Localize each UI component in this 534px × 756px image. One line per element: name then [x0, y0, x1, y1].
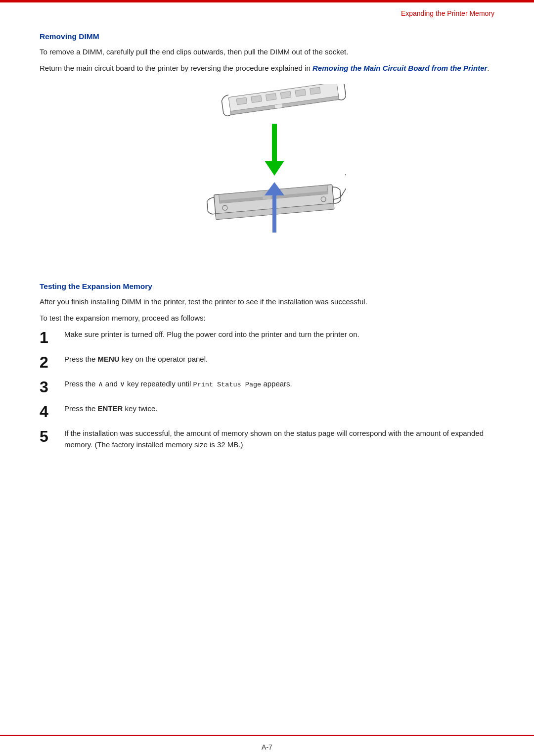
- steps-section: 1 Make sure printer is turned off. Plug …: [40, 329, 494, 451]
- svg-rect-7: [280, 91, 291, 98]
- step-3-number: 3: [40, 378, 64, 395]
- step-3-row: 3 Press the ∧ and ∨ key repeatedly until…: [40, 378, 494, 395]
- header-link: Expanding the Printer Memory: [401, 9, 494, 17]
- step-1-number: 1: [40, 329, 64, 345]
- testing-section: Testing the Expansion Memory After you f…: [40, 282, 494, 324]
- step-2-number: 2: [40, 353, 64, 370]
- removing-dimm-title: Removing DIMM: [40, 32, 494, 41]
- step-1-text: Make sure printer is turned off. Plug th…: [64, 329, 494, 340]
- step-1-row: 1 Make sure printer is turned off. Plug …: [40, 329, 494, 345]
- step-3-text: Press the ∧ and ∨ key repeatedly until P…: [64, 378, 494, 390]
- step-4-row: 4 Press the ENTER key twice.: [40, 403, 494, 420]
- removing-dimm-section: Removing DIMM To remove a DIMM, carefull…: [40, 32, 494, 74]
- step-2-text: Press the MENU key on the operator panel…: [64, 353, 494, 365]
- step-5-row: 5 If the installation was successful, th…: [40, 427, 494, 451]
- top-border: [0, 0, 534, 2]
- step-4-number: 4: [40, 403, 64, 420]
- svg-rect-5: [251, 95, 262, 102]
- top-dimm-board: [219, 84, 346, 116]
- svg-rect-9: [310, 87, 320, 94]
- circuit-board-link[interactable]: Removing the Main Circuit Board from the…: [312, 64, 487, 72]
- testing-title: Testing the Expansion Memory: [40, 282, 494, 291]
- dimm-diagram: [40, 84, 494, 267]
- enter-bold: ENTER: [98, 404, 123, 413]
- step-5-text: If the installation was successful, the …: [64, 427, 494, 451]
- para2-end: .: [487, 64, 489, 72]
- footer-area: A-7: [0, 743, 534, 751]
- svg-marker-1: [265, 161, 284, 176]
- step-4-text: Press the ENTER key twice.: [64, 403, 494, 414]
- svg-rect-4: [236, 97, 247, 105]
- down-key-symbol: ∨: [120, 379, 125, 388]
- down-arrow: [265, 124, 284, 176]
- header-area: Expanding the Printer Memory: [0, 0, 534, 17]
- step-5-number: 5: [40, 427, 64, 444]
- testing-para1: After you finish installing DIMM in the …: [40, 296, 494, 307]
- menu-bold: MENU: [98, 355, 120, 363]
- svg-rect-6: [266, 93, 276, 100]
- up-key-symbol: ∧: [98, 379, 103, 388]
- testing-para2: To test the expansion memory, proceed as…: [40, 312, 494, 324]
- removing-dimm-para1: To remove a DIMM, carefully pull the end…: [40, 46, 494, 57]
- print-status-code: Print Status Page: [193, 381, 261, 388]
- dimm-svg: [188, 84, 346, 267]
- removing-dimm-para2: Return the main circuit board to the pri…: [40, 62, 494, 74]
- content-area: Removing DIMM To remove a DIMM, carefull…: [0, 17, 534, 488]
- bottom-border: [0, 735, 534, 736]
- step-2-row: 2 Press the MENU key on the operator pan…: [40, 353, 494, 370]
- para2-start: Return the main circuit board to the pri…: [40, 64, 312, 72]
- page-number: A-7: [262, 743, 272, 751]
- svg-rect-8: [295, 89, 306, 96]
